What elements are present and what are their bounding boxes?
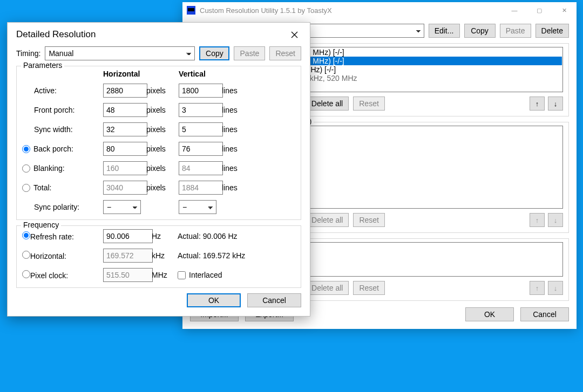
ext-reset-button[interactable]: Reset (353, 281, 385, 295)
h-sync-width-input[interactable] (103, 122, 147, 136)
actual-horizontal-freq: Actual: 169.572 kHz (178, 251, 295, 260)
move-up-icon[interactable]: ↑ (530, 97, 545, 111)
v-sync-polarity-select[interactable]: − (179, 200, 216, 214)
timing-paste-button[interactable]: Paste (234, 46, 265, 60)
h-back-porch-input[interactable] (103, 142, 147, 156)
close-button[interactable]: ✕ (552, 2, 577, 18)
copy-display-button[interactable]: Copy (464, 24, 496, 38)
pixel-clock-radio-row[interactable]: Pixel clock: (22, 270, 103, 280)
row-active-label: Active: (22, 86, 103, 95)
unit-pixels: pixels (146, 86, 179, 95)
unit-lines: lines (222, 183, 254, 192)
row-front-porch-label: Front porch: (22, 106, 103, 114)
timing-label: Timing: (16, 49, 40, 58)
refresh-rate-input[interactable] (103, 229, 153, 243)
unit-pixels: pixels (146, 183, 179, 192)
h-blanking-input[interactable] (103, 161, 147, 175)
unit-lines: lines (222, 106, 254, 114)
horizontal-freq-radio[interactable] (22, 251, 30, 259)
row-total-radio[interactable]: Total: (22, 183, 103, 192)
move-down-icon[interactable]: ↓ (548, 281, 563, 295)
unit-hz: Hz (152, 232, 178, 240)
titlebar[interactable]: Custom Resolution Utility 1.5.1 by Toast… (182, 2, 577, 18)
edit-display-button[interactable]: Edit... (429, 24, 460, 38)
h-active-input[interactable] (103, 84, 147, 98)
dialog-cancel-button[interactable]: Cancel (247, 293, 301, 307)
app-icon (187, 6, 195, 15)
standard-delete-all-button[interactable]: Delete all (306, 213, 349, 227)
frequency-label: Frequency (21, 221, 61, 229)
main-cancel-button[interactable]: Cancel (520, 307, 569, 321)
detailed-resolution-dialog: Detailed Resolution Timing: Manual Copy … (7, 22, 310, 317)
h-sync-polarity-select[interactable]: − (103, 200, 141, 214)
timing-reset-button[interactable]: Reset (269, 46, 301, 60)
frequency-group: Frequency Refresh rate: Hz Actual: 90.00… (16, 225, 301, 288)
unit-pixels: pixels (146, 106, 179, 114)
v-blanking-input[interactable] (179, 161, 223, 175)
close-icon (291, 31, 298, 38)
pixel-clock-radio[interactable] (22, 270, 30, 278)
back-porch-radio[interactable] (22, 145, 30, 153)
unit-pixels: pixels (146, 164, 179, 173)
v-back-porch-input[interactable] (179, 142, 223, 156)
move-down-icon[interactable]: ↓ (548, 97, 563, 111)
col-horizontal: Horizontal (103, 70, 179, 78)
actual-refresh-rate: Actual: 90.006 Hz (178, 232, 295, 240)
unit-pixels: pixels (146, 125, 179, 134)
timing-copy-button[interactable]: Copy (199, 46, 229, 60)
refresh-rate-radio[interactable] (22, 231, 30, 239)
minimize-button[interactable]: — (502, 2, 527, 18)
parameters-label: Parameters (21, 61, 64, 70)
main-ok-button[interactable]: OK (465, 307, 514, 321)
h-total-input[interactable] (103, 181, 147, 195)
timing-select[interactable]: Manual (45, 46, 195, 60)
dialog-close-button[interactable] (284, 24, 304, 45)
move-up-icon[interactable]: ↑ (530, 281, 545, 295)
detailed-reset-button[interactable]: Reset (353, 97, 385, 111)
row-sync-polarity-label: Sync polarity: (22, 203, 103, 211)
v-total-input[interactable] (179, 181, 223, 195)
window-title: Custom Resolution Utility 1.5.1 by Toast… (200, 6, 332, 15)
v-front-porch-input[interactable] (179, 103, 223, 117)
h-front-porch-input[interactable] (103, 103, 147, 117)
paste-display-button[interactable]: Paste (500, 24, 531, 38)
maximize-button[interactable]: ▢ (527, 2, 552, 18)
unit-lines: lines (222, 164, 254, 173)
blanking-radio[interactable] (22, 164, 30, 173)
dialog-ok-button[interactable]: OK (187, 293, 241, 307)
parameters-group: Parameters Horizontal Vertical Active: p… (16, 66, 301, 220)
col-vertical: Vertical (179, 70, 254, 78)
standard-reset-button[interactable]: Reset (353, 213, 385, 227)
unit-lines: lines (222, 125, 254, 134)
move-down-icon[interactable]: ↓ (548, 213, 563, 227)
refresh-rate-radio-row[interactable]: Refresh rate: (22, 231, 103, 241)
dialog-title: Detailed Resolution (16, 29, 96, 40)
dialog-titlebar[interactable]: Detailed Resolution (8, 23, 310, 46)
ext-delete-all-button[interactable]: Delete all (306, 281, 349, 295)
row-sync-width-label: Sync width: (22, 125, 103, 134)
total-radio[interactable] (22, 184, 30, 192)
detailed-delete-all-button[interactable]: Delete all (306, 97, 349, 111)
row-back-porch-radio[interactable]: Back porch: (22, 145, 103, 153)
unit-pixels: pixels (146, 145, 179, 153)
unit-lines: lines (222, 86, 254, 95)
unit-lines: lines (222, 145, 254, 153)
row-blanking-radio[interactable]: Blanking: (22, 164, 103, 173)
delete-display-button[interactable]: Delete (535, 24, 569, 38)
v-sync-width-input[interactable] (179, 122, 223, 136)
horizontal-freq-radio-row[interactable]: Horizontal: (22, 251, 103, 260)
v-active-input[interactable] (179, 84, 223, 98)
unit-khz: kHz (152, 251, 178, 260)
move-up-icon[interactable]: ↑ (530, 213, 545, 227)
pixel-clock-input[interactable] (103, 268, 153, 282)
interlaced-checkbox-row[interactable]: Interlaced (178, 271, 295, 279)
interlaced-checkbox[interactable] (178, 271, 186, 279)
unit-mhz: MHz (152, 271, 178, 279)
horizontal-freq-input[interactable] (103, 249, 153, 263)
